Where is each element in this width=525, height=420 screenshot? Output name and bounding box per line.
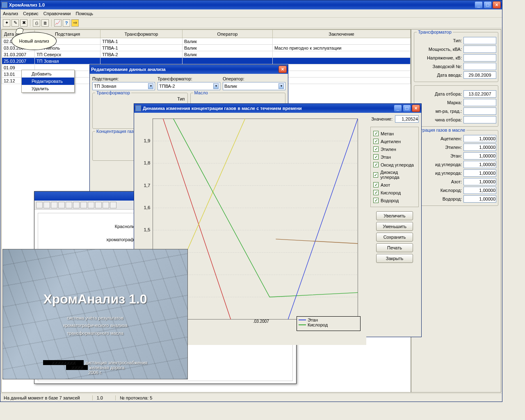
report-tool[interactable] [66,202,72,208]
checkbox-icon: ✓ [373,182,379,187]
input-value[interactable] [395,115,419,123]
report-tool[interactable] [43,202,50,208]
chart-title: Динамика изменения концентрации газов в … [143,106,394,111]
status-version: 1.0 [92,395,103,400]
report-tool[interactable] [88,202,94,208]
chart-close-button[interactable]: × [412,105,420,112]
menu-help[interactable]: Помощь [75,11,93,16]
menu-analysis[interactable]: Анализ [3,11,18,16]
report-tool[interactable] [103,202,109,208]
gas-checkbox-row[interactable]: ✓Оксид углерода [373,161,416,169]
label-power: Мощность, кВА: [429,47,462,52]
context-menu-item[interactable]: Редактировать [22,78,74,85]
combo-substation[interactable]: ТП Зовная▾ [92,82,155,90]
chart-titlebar[interactable]: Динамика изменения концентрации газов в … [134,104,421,113]
gas-value-input[interactable] [463,187,496,194]
tool-exit[interactable]: ⇨ [71,19,79,27]
tool-new[interactable]: ✦ [3,19,10,27]
label-reason: чина отбора: [435,117,462,122]
context-menu[interactable]: ДобавитьРедактироватьУдалить [21,70,75,93]
chart-action-button[interactable]: Закрыть [376,254,413,263]
report-tool[interactable] [58,202,65,208]
menu-service[interactable]: Сервис [23,11,39,16]
gas-value-input[interactable] [463,178,496,185]
chart-action-button[interactable]: Увеличить [376,211,413,220]
input-brand[interactable] [463,99,496,106]
maximize-button[interactable]: □ [484,1,492,9]
tool-help[interactable]: ? [63,19,70,27]
label-serial: Заводской №: [433,64,462,69]
combo-operator[interactable]: Валик▾ [223,82,285,90]
chart-action-button[interactable]: Уменьшить [376,222,413,231]
report-tool[interactable] [95,202,102,208]
report-tool[interactable] [110,202,116,208]
context-menu-item[interactable]: Добавить [22,70,74,78]
chart-minimize-button[interactable]: _ [394,105,402,112]
gas-value-input[interactable] [463,144,496,151]
table-row[interactable]: 03.03.2007ТП ЯмпольТПВА-1ВаликМасло приг… [2,45,411,51]
gas-checkbox-row[interactable]: ✓Диоксид углерода [373,169,416,181]
gas-checkbox-row[interactable]: ✓Этилен [373,145,416,153]
tool-edit[interactable]: ✎ [11,19,19,27]
minimize-button[interactable]: _ [475,1,483,9]
tool-preview[interactable]: 🗎 [41,19,49,27]
checkbox-icon: ✓ [373,172,378,178]
label-temp: мп-ра, град.: [436,109,462,114]
gas-value-input[interactable] [463,195,496,203]
edit-close-button[interactable]: × [278,66,287,73]
grid-header[interactable]: Заключение [273,30,411,38]
chart-action-button[interactable]: Сохранить [376,233,413,242]
label-sample-date: Дата отбора: [435,91,462,96]
status-records: На данный момент в базе 7 записей [4,395,80,400]
tool-chart[interactable]: 📈 [54,19,62,27]
label-commissioned: Дата ввода: [437,73,462,78]
table-row[interactable]: 02.02.2006 ТПВА-1Валик [2,38,411,45]
toolbar: ✦ ✎ ✖ ⎙ 🗎 📈 ? ⇨ [0,18,502,28]
menubar: Анализ Сервис Справочники Помощь [0,9,502,18]
checkbox-icon: ✓ [373,162,379,167]
tool-delete[interactable]: ✖ [20,19,27,27]
menu-references[interactable]: Справочники [43,11,71,16]
checkbox-icon: ✓ [373,146,379,152]
tooltip-text: Новый анализ [19,39,49,43]
chart-maximize-button[interactable]: □ [403,105,411,112]
tool-print[interactable]: ⎙ [33,19,40,27]
gas-checkbox-row[interactable]: ✓Этан [373,153,416,161]
input-commissioned[interactable] [463,71,496,79]
table-row[interactable]: 31.03.2007ТП СеверскТПВА-2Валик [2,51,411,58]
label-transformer: Трансформатор: [158,76,220,81]
input-serial[interactable] [463,63,496,70]
context-menu-item[interactable]: Удалить [22,85,74,92]
gas-checkbox-row[interactable]: ✓Кислород [373,189,416,196]
gas-checkbox-row[interactable]: ✓Водород [373,196,416,204]
report-tool[interactable] [73,202,80,208]
grid-header[interactable]: Оператор [183,30,273,38]
chart-xaxis-label: .03.2007 [253,319,269,324]
grid-header[interactable]: Трансформатор [100,30,183,38]
gas-value-input[interactable] [463,152,496,160]
gas-checkbox-row[interactable]: ✓Метан [373,130,416,137]
table-row[interactable]: 25.03.2007ТП Зовная [2,58,411,64]
report-tool[interactable] [80,202,87,208]
checkbox-icon: ✓ [373,198,379,203]
details-panel: Трансформатор Тип: Мощность, кВА: Напряж… [411,29,501,393]
gas-value-input[interactable] [463,161,496,168]
combo-transformer[interactable]: ТПВА-2▾ [158,82,220,90]
report-tool[interactable] [51,202,57,208]
input-type[interactable] [463,37,496,44]
gas-value-input[interactable] [463,169,496,177]
chart-action-button[interactable]: Печать [376,243,413,252]
report-tool[interactable] [36,202,43,208]
gas-checkbox-row[interactable]: ✓Ацетилен [373,137,416,145]
input-sample-date[interactable] [463,90,496,98]
gas-value-input[interactable] [463,135,496,142]
close-button[interactable]: × [493,1,501,9]
edit-titlebar[interactable]: Редактирование данных анализа × [90,65,288,74]
input-temp[interactable] [463,107,496,115]
splash-title: ХромАнализ 1.0 [43,292,147,307]
main-titlebar[interactable]: ХромАнализ 1.0 _ □ × [0,0,502,9]
input-reason[interactable] [463,116,496,123]
input-power[interactable] [463,46,496,53]
gas-checkbox-row[interactable]: ✓Азот [373,181,416,189]
input-voltage[interactable] [463,54,496,62]
